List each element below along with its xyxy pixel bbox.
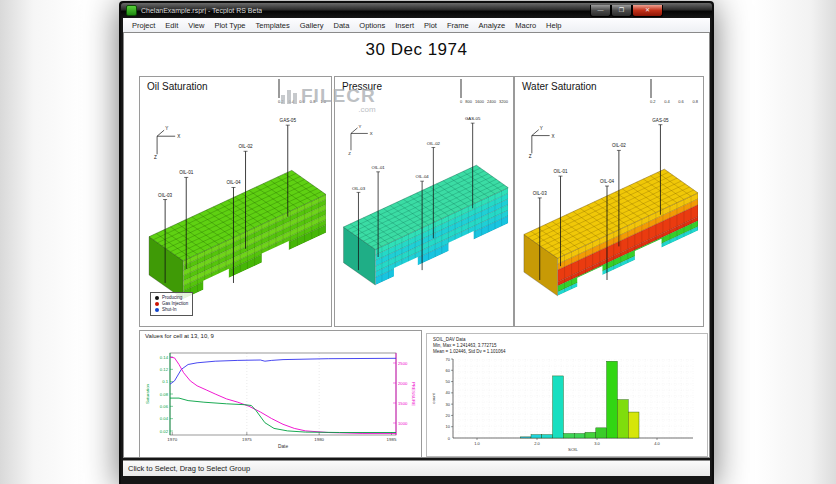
svg-text:count: count [431,393,436,404]
svg-text:OIL-04: OIL-04 [600,179,614,184]
svg-text:1500: 1500 [398,401,408,406]
svg-text:OIL-04: OIL-04 [226,180,241,185]
legend-item: Shut-In [155,307,188,313]
plot-header: Pressure 0800160024003200 [335,77,513,97]
svg-text:OIL-03: OIL-03 [352,186,366,191]
histogram-header: SOIL_DAV Data Min, Max = 1.241463, 3.772… [433,337,506,355]
svg-text:0.14: 0.14 [160,355,169,360]
plot-title: Pressure [342,81,382,92]
histogram-bar [563,433,574,438]
svg-text:OIL-02: OIL-02 [612,143,626,148]
menu-help[interactable]: Help [541,20,566,31]
plot-title: Oil Saturation [147,81,208,92]
menu-frame[interactable]: Frame [442,20,474,31]
title-bar[interactable]: ChelanExample.rsprj - Tecplot RS Beta — … [121,3,712,18]
svg-text:40: 40 [446,390,451,395]
histogram-bar [542,435,553,438]
svg-text:GAS-05: GAS-05 [465,116,481,121]
oil-saturation-plot-frame[interactable]: Oil Saturation 0.20.40.60.81.0 OIL-03OIL… [139,76,332,327]
status-bar: Click to Select, Drag to Select Group [123,460,710,476]
svg-text:0.08: 0.08 [160,392,169,397]
svg-text:GAS-05: GAS-05 [280,118,297,123]
svg-text:Y: Y [358,124,361,129]
minimize-button[interactable]: — [590,5,611,17]
svg-text:0.02: 0.02 [160,429,169,434]
svg-text:1000: 1000 [398,421,408,426]
menu-edit[interactable]: Edit [160,20,183,31]
menu-macro[interactable]: Macro [510,20,541,31]
menu-options[interactable]: Options [354,20,390,31]
menu-bar: ProjectEditViewPlot TypeTemplatesGallery… [123,18,710,33]
oil-saturation-3d-scene[interactable]: OIL-03OIL-01OIL-04OIL-02GAS-05XYZ [141,96,330,323]
histogram-bar [553,376,564,438]
close-button[interactable]: ✕ [632,5,663,17]
svg-text:Y: Y [165,126,168,131]
svg-text:Z: Z [348,151,351,156]
pressure-plot-frame[interactable]: Pressure 0800160024003200 OIL-03OIL-01OI… [334,76,514,327]
menu-project[interactable]: Project [127,20,160,31]
water-saturation-3d-scene[interactable]: OIL-03OIL-01OIL-04OIL-02GAS-05XYZ [516,96,702,320]
menu-view[interactable]: View [183,20,209,31]
svg-text:10: 10 [446,424,451,429]
well-symbol-icon [155,308,159,312]
svg-text:1.0: 1.0 [474,441,480,446]
svg-text:1970: 1970 [167,437,177,442]
histogram-chart[interactable]: 1020304050607001.02.03.04.0countSOIL [427,354,705,454]
svg-text:1980: 1980 [314,437,324,442]
svg-text:OIL-01: OIL-01 [372,165,386,170]
svg-text:X: X [552,134,555,139]
menu-insert[interactable]: Insert [390,20,419,31]
menu-plot[interactable]: Plot [419,20,442,31]
pressure-3d-scene[interactable]: OIL-03OIL-01OIL-04OIL-02GAS-05XYZ [336,96,512,308]
app-window: ChelanExample.rsprj - Tecplot RS Beta — … [119,1,714,484]
svg-text:70: 70 [446,357,451,362]
status-text: Click to Select, Drag to Select Group [128,464,250,473]
svg-text:0.1: 0.1 [162,379,168,384]
svg-text:30: 30 [446,402,451,407]
svg-text:2000: 2000 [398,381,408,386]
menu-data[interactable]: Data [329,20,355,31]
svg-text:OIL-02: OIL-02 [238,144,253,149]
svg-text:2500: 2500 [398,361,408,366]
histogram-bar [585,432,596,438]
svg-text:OIL-03: OIL-03 [533,191,547,196]
menu-analyze[interactable]: Analyze [474,20,511,31]
menu-plot-type[interactable]: Plot Type [209,20,250,31]
svg-text:OIL-01: OIL-01 [179,170,194,175]
histogram-frame[interactable]: SOIL_DAV Data Min, Max = 1.241463, 3.772… [426,333,708,457]
svg-text:OIL-04: OIL-04 [416,174,430,179]
svg-text:Saturation: Saturation [145,383,150,404]
oil-axis-triad: XYZ [154,126,180,160]
workspace: 30 Dec 1974 Oil Saturation 0.20.40.60.81… [123,32,710,458]
svg-text:50: 50 [446,379,451,384]
svg-text:4.0: 4.0 [654,441,660,446]
svg-text:OIL-03: OIL-03 [158,193,173,198]
desktop-stage: ChelanExample.rsprj - Tecplot RS Beta — … [0,0,836,484]
svg-text:Date: Date [278,444,288,449]
plot-header: Oil Saturation 0.20.40.60.81.0 [140,77,331,97]
svg-text:60: 60 [446,368,451,373]
svg-text:SOIL: SOIL [568,447,579,452]
svg-text:X: X [177,134,180,139]
svg-text:0.06: 0.06 [160,404,169,409]
plot-header: Water Saturation 0.20.40.60.8 [515,77,703,97]
water-axis-triad: XYZ [529,126,555,160]
svg-text:X: X [370,131,373,136]
histogram-bar [520,437,531,438]
svg-text:Z: Z [529,154,532,159]
maximize-button[interactable]: ❐ [611,5,632,17]
svg-text:GAS-05: GAS-05 [652,118,669,123]
svg-text:1985: 1985 [387,437,397,442]
series-pressure [170,357,396,433]
window-controls: — ❐ ✕ [590,5,663,17]
pressure-axis-triad: XYZ [348,124,373,156]
cell-values-line-chart[interactable]: 19701975198019850.140.120.10.080.060.040… [140,341,419,455]
water-saturation-plot-frame[interactable]: Water Saturation 0.20.40.60.8 OIL-03OIL-… [514,76,704,327]
cell-chart-title: Values for cell at 13, 10, 9 [145,333,214,339]
svg-text:20: 20 [446,413,451,418]
cell-values-chart-frame[interactable]: Values for cell at 13, 10, 9 19701975198… [139,330,422,458]
menu-templates[interactable]: Templates [251,20,295,31]
menu-gallery[interactable]: Gallery [295,20,329,31]
window-title: ChelanExample.rsprj - Tecplot RS Beta [141,7,262,14]
svg-text:OIL-02: OIL-02 [427,141,441,146]
